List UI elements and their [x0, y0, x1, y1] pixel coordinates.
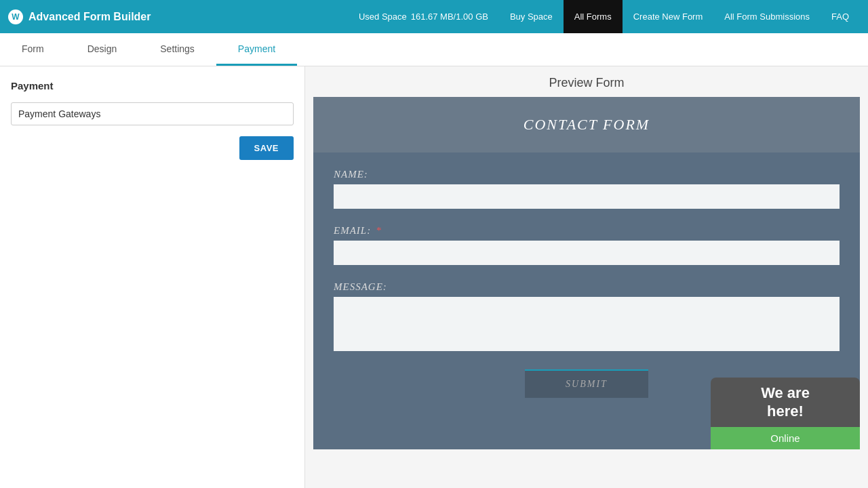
- brand: W Advanced Form Builder: [8, 9, 151, 24]
- chat-bubble-text: We are here!: [720, 384, 850, 420]
- chat-bubble[interactable]: We are here!: [711, 378, 860, 427]
- chat-widget: We are here! Online: [711, 378, 860, 449]
- save-row: SAVE: [11, 136, 294, 160]
- form-body: NAME: EMAIL: * MESSAGE: SUBMIT: [313, 169, 860, 398]
- all-forms-nav[interactable]: All Forms: [564, 0, 623, 33]
- chat-line2: here!: [767, 403, 804, 420]
- faq-nav[interactable]: FAQ: [821, 0, 860, 33]
- email-input[interactable]: [334, 241, 840, 265]
- form-field-email: EMAIL: *: [334, 225, 840, 265]
- navbar: W Advanced Form Builder Used Space 161.6…: [0, 0, 868, 33]
- name-label: NAME:: [334, 169, 840, 180]
- email-required-marker: *: [376, 225, 382, 236]
- used-space-value: 161.67 MB/1.00 GB: [411, 12, 488, 22]
- save-button[interactable]: SAVE: [239, 136, 294, 160]
- form-header: CONTACT FORM: [313, 97, 860, 152]
- all-form-submissions-nav[interactable]: All Form Submissions: [713, 0, 821, 33]
- tab-design[interactable]: Design: [66, 33, 139, 66]
- preview-area: Preview Form CONTACT FORM NAME: EMAIL: *…: [305, 66, 868, 488]
- navbar-items: Used Space 161.67 MB/1.00 GB Buy Space A…: [348, 0, 860, 33]
- brand-label: Advanced Form Builder: [28, 11, 151, 23]
- sidebar-title: Payment: [11, 80, 294, 92]
- name-input[interactable]: [334, 184, 840, 209]
- used-space-display: Used Space 161.67 MB/1.00 GB: [348, 12, 499, 22]
- form-field-message: MESSAGE:: [334, 281, 840, 353]
- message-label: MESSAGE:: [334, 281, 840, 293]
- message-textarea[interactable]: [334, 297, 840, 351]
- wp-icon: W: [8, 9, 23, 24]
- tabbar: Form Design Settings Payment: [0, 33, 868, 66]
- buy-space-nav[interactable]: Buy Space: [499, 0, 564, 33]
- form-preview: CONTACT FORM NAME: EMAIL: * MESSAGE:: [313, 97, 860, 449]
- preview-title: Preview Form: [305, 66, 868, 97]
- used-space-label: Used Space: [359, 12, 407, 22]
- form-field-name: NAME:: [334, 169, 840, 209]
- create-new-form-nav[interactable]: Create New Form: [623, 0, 714, 33]
- email-label: EMAIL: *: [334, 225, 840, 237]
- chat-online-status[interactable]: Online: [711, 427, 860, 449]
- main-layout: Payment Payment Gateways SAVE Preview Fo…: [0, 66, 868, 488]
- tab-form[interactable]: Form: [0, 33, 66, 66]
- sidebar: Payment Payment Gateways SAVE: [0, 66, 305, 488]
- submit-button[interactable]: SUBMIT: [525, 369, 648, 398]
- tab-payment[interactable]: Payment: [216, 33, 297, 66]
- payment-gateway-select[interactable]: Payment Gateways: [11, 102, 294, 125]
- chat-line1: We are: [761, 384, 810, 401]
- tab-settings[interactable]: Settings: [138, 33, 216, 66]
